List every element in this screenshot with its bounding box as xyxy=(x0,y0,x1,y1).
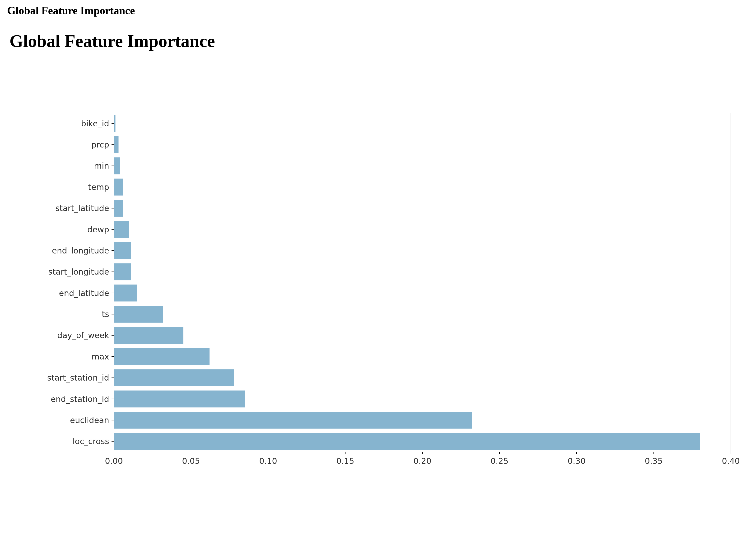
y-tick-label: max xyxy=(92,352,109,361)
y-tick-label: temp xyxy=(88,182,109,192)
bar-prcp xyxy=(114,136,119,153)
y-tick-label: start_latitude xyxy=(55,204,109,213)
y-tick-label: end_longitude xyxy=(52,246,109,256)
y-tick-label: ts xyxy=(102,309,109,319)
chart-plot-area: bike_idprcpmintempstart_latitudedewpend_… xyxy=(9,108,749,478)
bar-ts xyxy=(114,305,163,323)
bar-start_longitude xyxy=(114,264,131,280)
x-tick-label: 0.10 xyxy=(259,456,277,466)
bar-end_latitude xyxy=(114,284,137,301)
x-tick-label: 0.40 xyxy=(722,456,740,466)
bar-start_station_id xyxy=(114,369,234,386)
bar-max xyxy=(114,348,210,365)
bar-euclidean xyxy=(114,412,472,429)
y-tick-label: end_latitude xyxy=(59,288,109,298)
bar-bike_id xyxy=(114,115,116,132)
document-heading: Global Feature Importance xyxy=(7,4,749,17)
y-tick-label: start_station_id xyxy=(47,373,109,382)
y-tick-label: end_station_id xyxy=(51,394,109,404)
y-tick-label: euclidean xyxy=(70,415,109,425)
bar-temp xyxy=(114,179,123,196)
bar-dewp xyxy=(114,221,129,238)
x-tick-label: 0.05 xyxy=(182,456,200,466)
y-tick-label: bike_id xyxy=(81,119,109,128)
y-tick-label: start_longitude xyxy=(48,267,109,276)
bar-end_station_id xyxy=(114,390,245,408)
bar-start_latitude xyxy=(114,200,123,217)
x-tick-label: 0.00 xyxy=(105,456,123,466)
bar-loc_cross xyxy=(114,433,700,450)
y-tick-label: dewp xyxy=(87,225,109,234)
bar-min xyxy=(114,158,120,175)
bar-end_longitude xyxy=(114,242,131,259)
chart-svg: bike_idprcpmintempstart_latitudedewpend_… xyxy=(9,108,745,478)
chart-title: Global Feature Importance xyxy=(9,31,749,51)
y-tick-label: min xyxy=(94,161,109,171)
x-tick-label: 0.20 xyxy=(413,456,431,466)
x-tick-label: 0.15 xyxy=(336,456,354,466)
y-tick-label: loc_cross xyxy=(73,436,109,446)
x-tick-label: 0.25 xyxy=(490,456,509,466)
y-tick-label: day_of_week xyxy=(57,330,109,340)
bar-day_of_week xyxy=(114,327,183,344)
chart-container: Global Feature Importance bike_idprcpmin… xyxy=(7,31,749,478)
y-tick-label: prcp xyxy=(91,140,109,149)
x-tick-label: 0.30 xyxy=(568,456,586,466)
x-tick-label: 0.35 xyxy=(645,456,663,466)
